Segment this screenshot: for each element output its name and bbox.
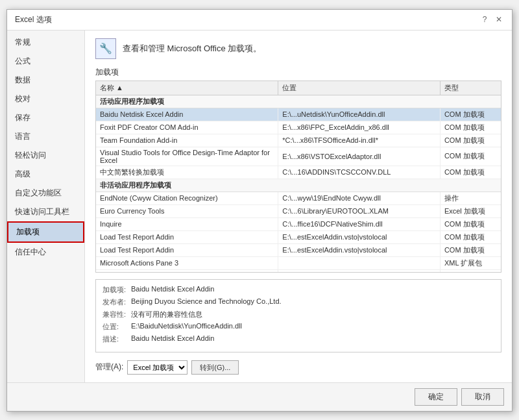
detail-compat-value: 没有可用的兼容性信息 xyxy=(131,310,202,319)
detail-desc-label: 描述: xyxy=(103,334,128,344)
sidebar-item-3[interactable]: 校对 xyxy=(7,90,84,108)
table-row[interactable]: Microsoft Actions Pane 3XML 扩展包 xyxy=(96,256,501,269)
group-active-header: 活动应用程序加载项 xyxy=(96,95,501,108)
table-row[interactable]: InquireC:\...ffice16\DCF\NativeShim.dllC… xyxy=(96,217,501,230)
table-row[interactable]: Team Foundation Add-in*C:\...x86\TFSOffi… xyxy=(96,134,501,147)
goto-button[interactable]: 转到(G)... xyxy=(191,360,239,375)
table-row[interactable]: Euro Currency ToolsC:\...6\Library\EUROT… xyxy=(96,204,501,217)
detail-desc-value: Baidu Netdisk Excel Addin xyxy=(131,334,214,344)
close-button[interactable]: ✕ xyxy=(494,14,504,25)
addins-table: 名称 ▲ 位置 类型 活动应用程序加载项Baidu Netdisk Excel … xyxy=(96,81,501,273)
detail-addin-row: 加载项: Baidu Netdisk Excel Addin xyxy=(103,285,494,295)
table-row[interactable]: Foxit PDF Creator COM Add-inE:\...x86\FP… xyxy=(96,121,501,134)
detail-location-value: E:\BaiduNetdisk\YunOfficeAddin.dll xyxy=(131,322,242,332)
detail-publisher-value: Beijing Duyou Science and Technology Co.… xyxy=(131,297,282,307)
table-row[interactable]: Load Test Report AddinE:\...estExcelAddi… xyxy=(96,243,501,256)
group-inactive-header: 非活动应用程序加载项 xyxy=(96,179,501,191)
table-row[interactable]: Baidu Netdisk Excel AddinE:\...uNetdisk\… xyxy=(96,108,501,121)
sidebar-item-7[interactable]: 高级 xyxy=(7,165,84,184)
sidebar-item-1[interactable]: 公式 xyxy=(7,52,84,71)
col-header-location[interactable]: 位置 xyxy=(278,81,441,95)
question-button[interactable]: ? xyxy=(479,14,490,25)
main-content: 🔧 查看和管理 Microsoft Office 加载项。 加载项 名称 ▲ 位… xyxy=(85,31,512,382)
detail-publisher-row: 发布者: Beijing Duyou Science and Technolog… xyxy=(103,297,494,307)
sidebar-item-9[interactable]: 快速访问工具栏 xyxy=(7,203,84,221)
detail-addin-label: 加载项: xyxy=(103,285,128,295)
manage-label: 管理(A): xyxy=(95,362,123,373)
sidebar-item-10[interactable]: 加载项 xyxy=(7,221,84,243)
sidebar-item-4[interactable]: 保存 xyxy=(7,108,84,127)
detail-compat-row: 兼容性: 没有可用的兼容性信息 xyxy=(103,310,494,319)
detail-desc-row: 描述: Baidu Netdisk Excel Addin xyxy=(103,334,494,344)
header-icon: 🔧 xyxy=(95,38,116,59)
excel-options-dialog: Excel 选项 ? ✕ 常规公式数据校对保存语言轻松访问高级自定义功能区快速访… xyxy=(6,9,513,412)
detail-area: 加载项: Baidu Netdisk Excel Addin 发布者: Beij… xyxy=(95,279,501,352)
sidebar-item-5[interactable]: 语言 xyxy=(7,127,84,146)
header-area: 🔧 查看和管理 Microsoft Office 加载项。 xyxy=(95,38,501,59)
dialog-title: Excel 选项 xyxy=(15,14,52,25)
table-row[interactable]: 中文简繁转换加载项C:\...16\ADDINS\TCSCCONV.DLLCOM… xyxy=(96,166,501,179)
detail-location-row: 位置: E:\BaiduNetdisk\YunOfficeAddin.dll xyxy=(103,322,494,332)
table-row[interactable]: Load Test Report AddinE:\...estExcelAddi… xyxy=(96,230,501,243)
header-title: 查看和管理 Microsoft Office 加载项。 xyxy=(123,43,261,55)
table-row[interactable]: Visual Studio Tools for Office Design-Ti… xyxy=(96,147,501,166)
cancel-button[interactable]: 取消 xyxy=(461,388,504,406)
addins-table-container[interactable]: 名称 ▲ 位置 类型 活动应用程序加载项Baidu Netdisk Excel … xyxy=(95,80,501,273)
section-title: 加载项 xyxy=(95,67,501,78)
detail-publisher-label: 发布者: xyxy=(103,297,128,307)
table-row[interactable]: EndNote (Cwyw Citation Recognizer)C:\...… xyxy=(96,191,501,204)
sidebar-item-2[interactable]: 数据 xyxy=(7,71,84,90)
window-controls: ? ✕ xyxy=(479,14,504,25)
sidebar-item-6[interactable]: 轻松访问 xyxy=(7,146,84,165)
sidebar: 常规公式数据校对保存语言轻松访问高级自定义功能区快速访问工具栏加载项信任中心 xyxy=(7,31,85,382)
detail-location-label: 位置: xyxy=(103,322,128,332)
sidebar-item-8[interactable]: 自定义功能区 xyxy=(7,184,84,203)
ok-button[interactable]: 确定 xyxy=(415,388,457,406)
table-row[interactable]: Microsoft Power Map for ExcelC:\...-in\E… xyxy=(96,269,501,273)
col-header-type[interactable]: 类型 xyxy=(440,81,501,95)
manage-select[interactable]: Excel 加载项COM 加载项操作XML 扩展包已禁用项目 xyxy=(127,360,187,375)
sidebar-item-0[interactable]: 常规 xyxy=(7,33,84,52)
manage-bar: 管理(A): Excel 加载项COM 加载项操作XML 扩展包已禁用项目 转到… xyxy=(95,360,501,375)
dialog-body: 常规公式数据校对保存语言轻松访问高级自定义功能区快速访问工具栏加载项信任中心 🔧… xyxy=(7,31,512,382)
detail-addin-value: Baidu Netdisk Excel Addin xyxy=(131,285,214,295)
detail-compat-label: 兼容性: xyxy=(103,310,128,319)
title-bar: Excel 选项 ? ✕ xyxy=(7,10,512,31)
footer: 确定 取消 xyxy=(7,382,512,411)
col-header-name[interactable]: 名称 ▲ xyxy=(96,81,278,95)
sidebar-item-11[interactable]: 信任中心 xyxy=(7,243,84,262)
